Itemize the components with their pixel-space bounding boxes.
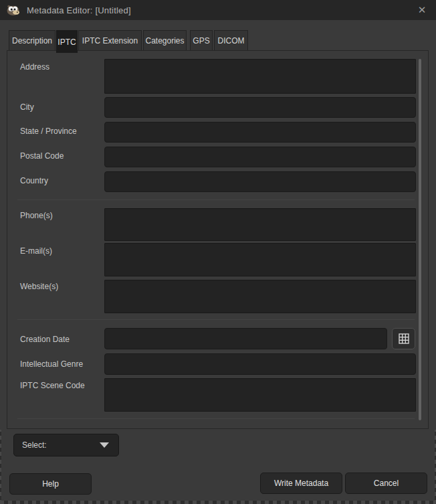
- vertical-scrollbar[interactable]: [419, 59, 421, 420]
- tab-gps[interactable]: GPS: [190, 30, 213, 50]
- gimp-wilber-icon: [5, 3, 21, 17]
- help-button[interactable]: Help: [9, 473, 92, 495]
- select-dropdown[interactable]: Select:: [13, 434, 119, 456]
- cancel-button[interactable]: Cancel: [345, 473, 427, 494]
- window-resize-edge[interactable]: [0, 501, 436, 504]
- tab-description[interactable]: Description: [9, 30, 56, 50]
- address-field[interactable]: [104, 59, 416, 94]
- window-title: Metadata Editor: [Untitled]: [27, 5, 131, 15]
- creation-date-label: Creation Date: [20, 334, 70, 345]
- write-metadata-button[interactable]: Write Metadata: [260, 473, 342, 494]
- websites-label: Website(s): [20, 281, 58, 292]
- intellectual-genre-field[interactable]: [104, 353, 416, 375]
- intellectual-genre-label: Intellectual Genre: [20, 359, 83, 369]
- city-label: City: [20, 102, 34, 112]
- city-field[interactable]: [104, 97, 416, 118]
- tab-dicom[interactable]: DICOM: [214, 30, 248, 50]
- phones-field[interactable]: [104, 208, 416, 241]
- emails-label: E-mail(s): [20, 246, 52, 256]
- country-field[interactable]: [104, 171, 416, 192]
- tab-iptc[interactable]: IPTC: [56, 30, 78, 53]
- calendar-grid-icon: [397, 331, 411, 346]
- state-province-label: State / Province: [20, 126, 77, 137]
- country-label: Country: [20, 175, 48, 186]
- iptc-scene-code-field[interactable]: [104, 378, 416, 412]
- address-label: Address: [20, 62, 49, 72]
- state-province-field[interactable]: [104, 122, 416, 143]
- separator: [17, 319, 415, 320]
- select-dropdown-label: Select:: [22, 440, 100, 450]
- close-icon[interactable]: ✕: [412, 1, 432, 19]
- iptc-scene-code-label: IPTC Scene Code: [20, 380, 85, 391]
- calendar-button[interactable]: [392, 328, 415, 349]
- emails-field[interactable]: [104, 243, 416, 276]
- window-edge: [0, 430, 1, 504]
- titlebar: Metadata Editor: [Untitled] ✕: [0, 0, 436, 20]
- tab-iptc-extension[interactable]: IPTC Extension: [78, 30, 142, 50]
- websites-field[interactable]: [104, 280, 416, 313]
- separator: [17, 418, 415, 419]
- postal-code-field[interactable]: [104, 147, 416, 167]
- metadata-editor-window: Metadata Editor: [Untitled] ✕ Descriptio…: [0, 0, 436, 504]
- separator: [17, 199, 415, 200]
- postal-code-label: Postal Code: [20, 151, 64, 161]
- creation-date-field[interactable]: [104, 328, 387, 349]
- tab-categories[interactable]: Categories: [143, 30, 187, 50]
- chevron-down-icon: [100, 442, 109, 448]
- phones-label: Phone(s): [20, 210, 53, 221]
